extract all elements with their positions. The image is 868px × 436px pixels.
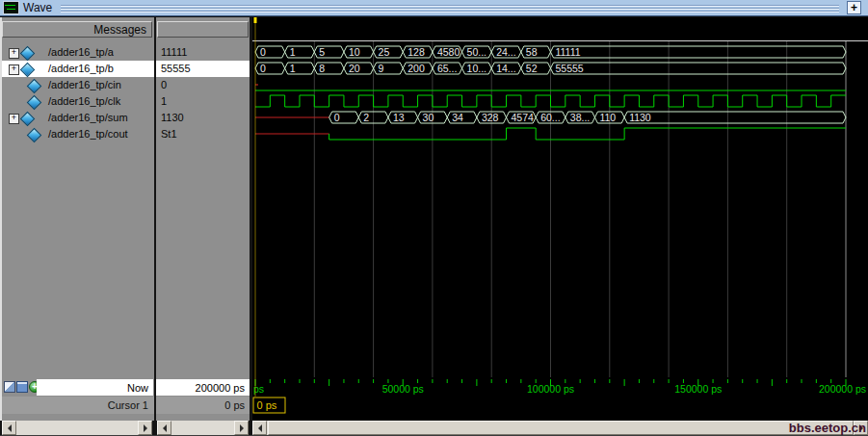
scroll-right-icon[interactable] — [138, 421, 152, 435]
signal-name: /adder16_tp/cout — [48, 128, 128, 140]
signal-value-row[interactable]: 1 — [156, 93, 250, 110]
bus-value-label: 11111 — [556, 46, 581, 58]
cursor1-label[interactable]: Cursor 1 — [2, 397, 154, 414]
scroll-left-icon[interactable] — [157, 421, 171, 435]
scroll-left-icon[interactable] — [252, 421, 267, 435]
signal-value-row[interactable]: 55555 — [156, 61, 250, 77]
signal-value-row[interactable]: St1 — [156, 126, 250, 142]
signal-name: /adder16_tp/a — [48, 46, 114, 58]
bus-value-label: 0 — [260, 46, 266, 58]
signal-value: 0 — [161, 79, 167, 90]
messages-column-header[interactable]: Messages — [2, 21, 152, 38]
bus-value-label: 52 — [526, 63, 538, 74]
ruler-label: 200000 ps — [819, 383, 866, 395]
bus-value-label: 38... — [570, 112, 590, 123]
bus-value-label: 65... — [437, 63, 457, 74]
cursor1-value: 0 ps — [156, 397, 250, 414]
ruler-label: 100000 ps — [527, 383, 574, 395]
signal-value: 11111 — [161, 46, 187, 58]
signal-value-row[interactable]: 0 — [156, 77, 250, 93]
bus-value-label: 24... — [496, 46, 515, 58]
signal-name: /adder16_tp/sum — [48, 112, 128, 123]
bus-value-label: 0 — [334, 112, 340, 123]
bus-value-label: 2 — [363, 112, 369, 123]
edit-mode-icon[interactable] — [4, 381, 15, 393]
bus-value-label: 60... — [540, 112, 560, 123]
signal-value-row[interactable]: 1130 — [156, 110, 250, 126]
wave-background — [252, 17, 868, 421]
scroll-left-icon[interactable] — [2, 421, 16, 435]
wave-hscrollbar[interactable] — [252, 421, 868, 435]
wave-window: Wave + Messages +/adder16_tp/a+/adder16_… — [0, 0, 868, 436]
signal-name-row[interactable]: /adder16_tp/cin — [2, 77, 154, 93]
view-icon[interactable] — [16, 381, 28, 393]
signal-diamond-icon — [27, 128, 42, 143]
titlebar[interactable]: Wave + — [0, 0, 868, 16]
wave-window-icon — [3, 1, 19, 14]
wave-clk[interactable] — [255, 95, 846, 107]
bus-value-label: 50... — [467, 46, 487, 58]
bus-value-label: 55555 — [556, 63, 584, 74]
signal-name: /adder16_tp/cin — [48, 79, 121, 90]
names-hscrollbar[interactable] — [2, 421, 152, 435]
now-value: 200000 ps — [156, 379, 250, 396]
cursor-top-tick — [254, 17, 257, 23]
signal-name: /adder16_tp/clk — [48, 95, 120, 107]
signal-name: /adder16_tp/b — [48, 63, 114, 74]
bus-value-label: 10... — [467, 63, 487, 74]
bus-value-label: 200 — [408, 63, 425, 74]
dock-expand-button[interactable]: + — [847, 1, 861, 14]
signal-name-row[interactable]: +/adder16_tp/sum — [2, 110, 154, 126]
signal-diamond-icon — [27, 79, 42, 94]
bus-value-label: 0 — [260, 63, 266, 74]
bus-value-label: 1 — [290, 63, 296, 74]
bus-value-label: 128 — [408, 46, 425, 58]
bus-value-label: 1 — [290, 46, 296, 58]
signal-diamond-icon — [27, 95, 42, 111]
scroll-right-icon[interactable] — [234, 421, 249, 435]
clock-wave — [255, 95, 846, 107]
signal-name-row[interactable]: +/adder16_tp/b — [2, 61, 154, 77]
signal-name-row[interactable]: /adder16_tp/cout — [2, 126, 154, 142]
ruler-label: 50000 ps — [382, 383, 424, 395]
bus-value-label: 5 — [319, 46, 325, 58]
bus-value-label: 10 — [349, 46, 360, 58]
bus-value-label: 4580 — [437, 46, 460, 58]
ruler-label: 150000 ps — [674, 383, 722, 395]
signal-value: St1 — [161, 128, 177, 140]
cursor-time-label: 0 ps — [257, 399, 277, 411]
expand-icon[interactable]: + — [9, 64, 19, 75]
signal-name-row[interactable]: /adder16_tp/clk — [2, 93, 154, 110]
wave-scroll-thumb[interactable] — [268, 421, 854, 435]
expand-icon[interactable]: + — [9, 114, 19, 124]
bus-value-label: 30 — [423, 112, 434, 123]
values-hscrollbar[interactable] — [157, 421, 249, 435]
bus-value-label: 110 — [599, 112, 616, 123]
signal-value: 1130 — [161, 112, 184, 123]
signal-value: 1 — [161, 95, 167, 107]
signal-diamond-icon — [20, 46, 36, 62]
window-title: Wave — [23, 1, 52, 15]
signal-diamond-icon — [20, 63, 36, 78]
now-label: Now — [37, 379, 153, 396]
signal-value-row[interactable]: 11111 — [156, 44, 250, 61]
bus-value-label: 34 — [452, 112, 463, 123]
bus-value-label: 4574 — [512, 112, 535, 123]
bus-value-label: 9 — [379, 63, 384, 74]
watermark: bbs.eetop.cn — [789, 421, 866, 435]
bus-value-label: 1130 — [629, 112, 651, 123]
bus-value-label: 328 — [482, 112, 499, 123]
bus-value-label: 25 — [379, 46, 390, 58]
bus-value-label: 20 — [349, 63, 360, 74]
bus-value-label: 14... — [496, 63, 515, 74]
signal-value: 55555 — [161, 63, 191, 74]
expand-icon[interactable]: + — [9, 48, 19, 59]
bus-value-label: 13 — [393, 112, 405, 123]
bus-value-label: 8 — [319, 63, 325, 74]
values-column-header[interactable] — [157, 21, 249, 38]
bus-value-label: 58 — [526, 46, 538, 58]
signal-diamond-icon — [20, 112, 36, 127]
wave-display[interactable]: 0151025128458050...24...5811111018209200… — [252, 17, 868, 421]
signal-name-row[interactable]: +/adder16_tp/a — [2, 44, 154, 61]
titlebar-grip[interactable] — [61, 5, 839, 13]
